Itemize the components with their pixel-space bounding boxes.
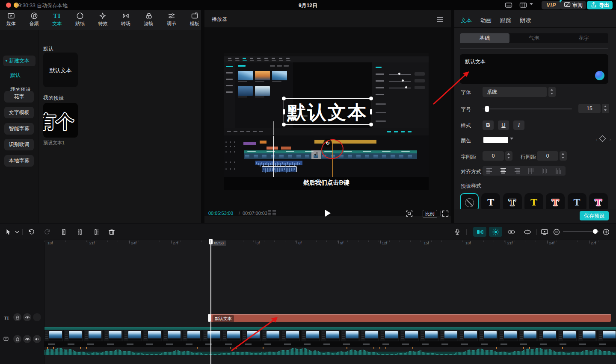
layout-switch-icon[interactable] [519, 1, 527, 10]
resize-handle[interactable] [283, 109, 285, 114]
font-size-slider[interactable] [483, 109, 572, 109]
split-right-icon[interactable] [92, 228, 100, 237]
keyframe-diamond-icon[interactable] [599, 135, 606, 142]
export-button[interactable]: 导出 [587, 1, 613, 9]
playhead-line[interactable] [210, 240, 211, 364]
vip-button[interactable]: VIP [542, 1, 561, 9]
font-size-stepper[interactable] [602, 104, 609, 113]
video-track-visibility[interactable] [23, 335, 31, 343]
resize-handle[interactable] [282, 97, 286, 100]
text-color-swatch[interactable] [483, 137, 508, 143]
default-text-tile[interactable]: 默认文本 [43, 53, 78, 87]
layout-caret-icon[interactable] [530, 3, 533, 5]
resize-handle[interactable] [370, 109, 372, 114]
keyframe-next-icon[interactable]: › [610, 137, 611, 142]
split-left-icon[interactable] [76, 228, 84, 237]
ribbon-item-template[interactable]: 模板 [186, 12, 203, 27]
ribbon-item-text[interactable]: TI文本 [48, 12, 65, 27]
ratio-button[interactable]: 比例 [423, 210, 437, 218]
bold-button[interactable]: B [483, 120, 494, 130]
video-track-lock[interactable] [13, 335, 21, 343]
subtab-基础[interactable]: 基础 [460, 33, 509, 43]
undo-icon[interactable] [27, 228, 35, 237]
unlink-clips-icon[interactable] [524, 228, 531, 237]
subtab-花字[interactable]: 花字 [559, 33, 608, 43]
ribbon-item-transition[interactable]: 转场 [117, 12, 134, 27]
font-size-slider-thumb[interactable] [485, 106, 489, 112]
preset-text-tile[interactable]: 有个 [43, 103, 78, 138]
line-spacing-value[interactable]: 0 [537, 151, 558, 161]
text-clip[interactable]: 默认文本 [210, 314, 611, 322]
timeline-zoom-thumb[interactable] [593, 229, 598, 234]
align-h-left-icon[interactable] [486, 168, 493, 174]
align-h-center-icon[interactable] [500, 168, 506, 174]
text-selection-box[interactable]: 默认文本 [284, 98, 371, 125]
inspector-tab-跟踪[interactable]: 跟踪 [500, 17, 511, 24]
inspector-tab-朗读[interactable]: 朗读 [520, 17, 531, 24]
player-menu-icon[interactable] [437, 17, 443, 23]
linkage-toggle[interactable] [489, 227, 502, 237]
text-track-extra[interactable] [33, 313, 41, 321]
resize-handle[interactable] [369, 97, 373, 100]
text-content-input[interactable]: 默认文本 [460, 54, 608, 84]
subtab-气泡[interactable]: 气泡 [509, 33, 559, 43]
playhead-handle[interactable] [209, 239, 213, 244]
underline-button[interactable]: U [498, 120, 509, 130]
timeline-ruler[interactable]: 18f21f24f27f3f6f9f12f15f18f21f24f27f05:5… [44, 240, 616, 248]
timeline-zoom-slider[interactable] [563, 231, 599, 232]
line-spacing-stepper[interactable] [560, 151, 567, 161]
ai-assistant-icon[interactable] [595, 71, 604, 80]
sidebar-box-item[interactable]: 花字 [4, 91, 34, 103]
review-button[interactable]: 审阅 [560, 1, 586, 9]
ribbon-item-effect[interactable]: 特效 [94, 12, 111, 27]
split-icon[interactable] [60, 228, 68, 237]
select-cursor-icon[interactable] [4, 228, 12, 237]
ribbon-item-audio[interactable]: 音频 [26, 12, 43, 27]
save-preset-button[interactable]: 保存预设 [580, 211, 609, 220]
color-dropdown-caret-icon[interactable] [510, 138, 513, 140]
sidebar-box-item[interactable]: 文字模板 [4, 107, 34, 118]
text-track-visibility[interactable] [23, 313, 31, 321]
zoom-preview-icon[interactable] [406, 210, 413, 219]
shortcut-keyboard-icon[interactable] [505, 1, 512, 10]
preview-text-overlay[interactable]: 默认文本 [284, 100, 371, 125]
sidebar-box-item[interactable]: 智能字幕 [4, 123, 34, 135]
align-v-bottom-icon[interactable] [555, 168, 562, 174]
italic-button[interactable]: I [513, 120, 524, 130]
fullscreen-icon[interactable] [441, 210, 449, 219]
letter-spacing-value[interactable]: 0 [483, 151, 504, 161]
ribbon-item-media[interactable]: 媒体 [3, 12, 20, 27]
sidebar-box-item[interactable]: 本地字幕 [4, 155, 34, 167]
sidebar-item-1[interactable]: 默认 [10, 72, 21, 79]
zoom-in-icon[interactable] [602, 228, 610, 237]
redo-icon[interactable] [44, 228, 51, 237]
align-v-top-icon[interactable] [528, 168, 534, 174]
resize-handle[interactable] [369, 123, 373, 126]
font-stepper[interactable] [548, 87, 556, 97]
cursor-caret-icon[interactable] [13, 228, 21, 237]
sidebar-group-new-text[interactable]: ▾ 新建文本 [3, 56, 36, 66]
align-v-mid-icon[interactable] [542, 168, 548, 174]
align-h-right-icon[interactable] [514, 168, 520, 174]
text-track-lock[interactable] [13, 313, 21, 321]
zoom-out-icon[interactable] [553, 228, 560, 237]
ribbon-item-filter[interactable]: 滤镜 [140, 12, 157, 27]
ribbon-item-adjust[interactable]: 调节 [163, 12, 180, 27]
video-clip[interactable] [44, 327, 616, 355]
frame-columns-icon[interactable] [272, 210, 276, 216]
preview-quality-icon[interactable] [541, 228, 548, 237]
play-button[interactable] [325, 210, 331, 217]
resize-handle[interactable] [282, 123, 286, 126]
sidebar-box-item[interactable]: 识别歌词 [4, 139, 34, 150]
auto-snap-toggle[interactable] [473, 227, 486, 237]
link-clips-icon[interactable] [507, 228, 515, 237]
video-track-mute[interactable] [33, 335, 41, 343]
frame-columns-icon[interactable] [268, 210, 271, 216]
inspector-tab-文本[interactable]: 文本 [461, 17, 472, 24]
inspector-tab-动画[interactable]: 动画 [480, 17, 492, 24]
keyframe-prev-icon[interactable]: ‹ [596, 137, 597, 142]
record-voiceover-icon[interactable] [453, 228, 461, 237]
font-size-value[interactable]: 15 [578, 104, 601, 113]
font-select[interactable]: 系统 [483, 87, 547, 97]
delete-icon[interactable] [108, 228, 116, 237]
